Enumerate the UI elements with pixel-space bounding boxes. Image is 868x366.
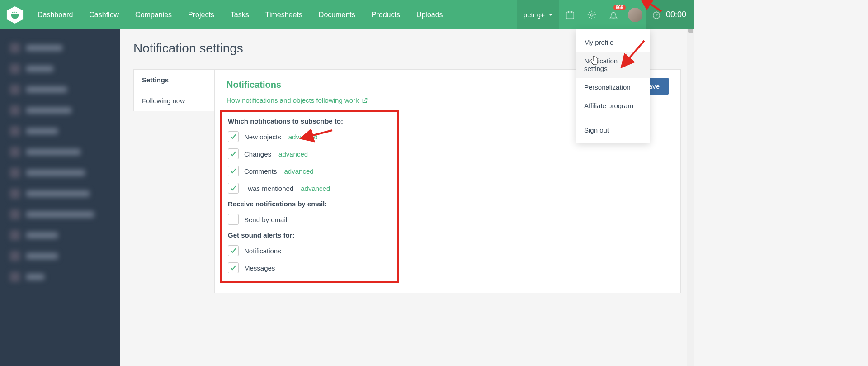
nav-documents[interactable]: Documents (311, 0, 363, 29)
sidebar (0, 29, 120, 366)
label-sound-messages: Messages (244, 264, 275, 272)
nav-links: Dashboard Cashflow Companies Projects Ta… (29, 0, 517, 29)
avatar[interactable] (624, 0, 646, 29)
timer-widget[interactable]: 00:00 (646, 0, 694, 29)
label-mentioned: I was mentioned (244, 185, 293, 192)
svg-rect-1 (566, 12, 574, 19)
settings-tabs: Settings Following now (133, 69, 215, 111)
label-send-email: Send by email (244, 216, 287, 223)
menu-sign-out[interactable]: Sign out (576, 121, 650, 139)
advanced-changes[interactable]: advanced (278, 150, 308, 158)
nav-products[interactable]: Products (363, 0, 408, 29)
label-new-objects: New objects (244, 133, 281, 141)
app-logo[interactable] (0, 0, 29, 29)
label-sound-notifications: Notifications (244, 247, 281, 255)
checkbox-mentioned[interactable] (228, 183, 239, 194)
timer-value: 00:00 (666, 10, 686, 19)
checkbox-sound-messages[interactable] (228, 262, 239, 273)
nav-companies[interactable]: Companies (127, 0, 180, 29)
calendar-icon[interactable] (559, 0, 581, 29)
checkbox-new-objects[interactable] (228, 131, 239, 142)
nav-timesheets[interactable]: Timesheets (257, 0, 311, 29)
advanced-comments[interactable]: advanced (284, 167, 314, 175)
advanced-mentioned[interactable]: advanced (301, 185, 330, 192)
top-navbar: Dashboard Cashflow Companies Projects Ta… (0, 0, 694, 29)
menu-my-profile[interactable]: My profile (576, 33, 650, 52)
nav-tasks[interactable]: Tasks (222, 0, 257, 29)
gear-icon[interactable] (581, 0, 603, 29)
nav-cashflow[interactable]: Cashflow (81, 0, 127, 29)
menu-affiliate-program[interactable]: Affiliate program (576, 96, 650, 115)
menu-personalization[interactable]: Personalization (576, 78, 650, 96)
group-sound-label: Get sound alerts for: (228, 231, 391, 239)
stopwatch-icon (651, 10, 661, 20)
highlighted-region: Which notifications to subscribe to: New… (220, 110, 399, 283)
user-name: petr g+ (524, 11, 545, 19)
caret-down-icon (548, 11, 553, 19)
nav-uploads[interactable]: Uploads (408, 0, 451, 29)
bell-icon[interactable]: 969 (603, 0, 624, 29)
checkbox-sound-notifications[interactable] (228, 245, 239, 256)
notification-badge: 969 (613, 5, 626, 10)
menu-notification-settings[interactable]: Notification settings (576, 52, 650, 78)
group-email-label: Receive notifications by email: (228, 200, 391, 208)
svg-line-7 (656, 14, 658, 15)
user-dropdown[interactable]: petr g+ (517, 0, 559, 29)
label-changes: Changes (244, 150, 271, 158)
checkbox-comments[interactable] (228, 166, 239, 176)
advanced-new-objects[interactable]: advanced (288, 133, 318, 141)
group-subscribe-label: Which notifications to subscribe to: (228, 117, 391, 125)
avatar-image (628, 8, 642, 22)
svg-point-6 (653, 12, 660, 19)
checkbox-changes[interactable] (228, 148, 239, 159)
external-link-icon (362, 97, 368, 104)
scrollbar[interactable] (687, 0, 694, 366)
menu-divider (576, 118, 650, 118)
nav-dashboard[interactable]: Dashboard (29, 0, 81, 29)
label-comments: Comments (244, 167, 277, 175)
tab-following[interactable]: Following now (134, 90, 214, 111)
profile-menu: My profile Notification settings Persona… (576, 29, 650, 143)
nav-projects[interactable]: Projects (180, 0, 222, 29)
help-link[interactable]: How notifications and objects following … (226, 96, 368, 104)
checkbox-send-email[interactable] (228, 214, 239, 225)
tab-settings[interactable]: Settings (134, 70, 214, 90)
svg-point-5 (590, 14, 593, 16)
